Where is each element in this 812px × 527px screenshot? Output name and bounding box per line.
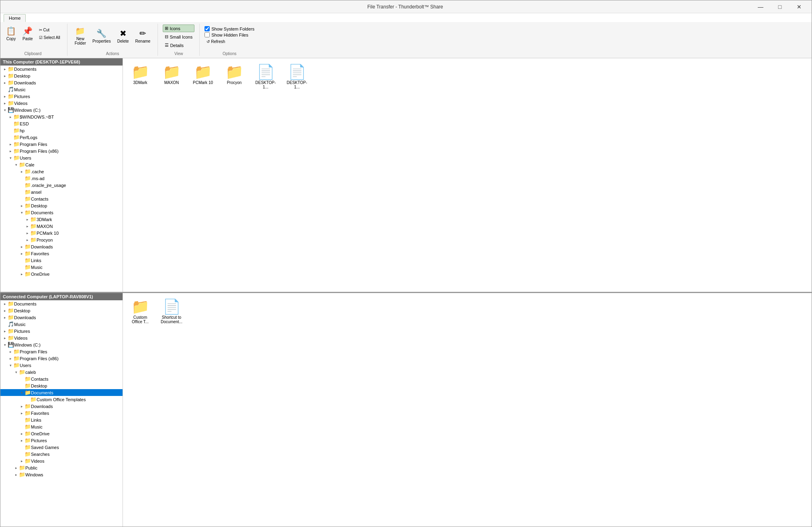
details-view-button[interactable]: ☰ Details (163, 41, 194, 49)
tree-item-r_custom_office[interactable]: 📁 Custom Office Templates (0, 396, 123, 403)
expand-r_program_files[interactable]: ▸ (8, 349, 13, 355)
expand-documents[interactable]: ▸ (2, 66, 8, 72)
expand-r_program_files_x86[interactable]: ▸ (8, 356, 13, 361)
expand-r_windows[interactable]: ▸ (13, 472, 19, 478)
tree-item-favorites[interactable]: ▸ 📁 Favorites (0, 250, 123, 257)
tree-item-r_users[interactable]: ▾ 📁 Users (0, 362, 123, 369)
expand-cale[interactable]: ▾ (13, 162, 19, 168)
expand-tdmark[interactable]: ▸ (25, 217, 30, 222)
expand-downloads2[interactable]: ▸ (19, 244, 25, 250)
expand-pictures[interactable]: ▸ (2, 94, 8, 99)
tree-item-r_pictures2[interactable]: ▸ 📁 Pictures (0, 437, 123, 444)
tree-item-r_documents2[interactable]: ▾ 📁 Documents (0, 389, 123, 396)
minimize-button[interactable]: — (751, 1, 770, 13)
expand-program_files_x86[interactable]: ▸ (8, 148, 13, 154)
expand-documents2[interactable]: ▾ (19, 210, 25, 215)
tree-item-downloads2[interactable]: ▸ 📁 Downloads (0, 243, 123, 250)
file-item[interactable]: 📁 3DMark (126, 62, 154, 91)
expand-r_videos2[interactable]: ▸ (19, 458, 25, 464)
paste-button[interactable]: 📌 Paste (20, 25, 35, 43)
expand-procyon[interactable]: ▸ (25, 237, 30, 243)
tree-item-r_videos2[interactable]: ▸ 📁 Videos (0, 457, 123, 464)
tree-item-pictures[interactable]: ▸ 📁 Pictures (0, 93, 123, 100)
expand-r_videos[interactable]: ▸ (2, 335, 8, 341)
expand-program_files[interactable]: ▸ (8, 141, 13, 147)
tree-item-perflogs[interactable]: 📁 PerfLogs (0, 134, 123, 141)
tree-item-cale[interactable]: ▾ 📁 Cale (0, 161, 123, 168)
tree-item-r_windows[interactable]: ▸ 📁 Windows (0, 471, 123, 478)
tab-home[interactable]: Home (4, 14, 26, 22)
tree-item-ansel[interactable]: 📁 ansel (0, 189, 123, 195)
tree-item-r_links[interactable]: 📁 Links (0, 416, 123, 423)
tree-item-r_pictures[interactable]: ▸ 📁 Pictures (0, 328, 123, 334)
select-all-button[interactable]: ☑ Select All (37, 34, 62, 41)
tree-item-swindows_bt[interactable]: ▸ 📁 $WINDOWS.~BT (0, 113, 123, 120)
tree-item-oracle_jre[interactable]: 📁 .oracle_jre_usage (0, 182, 123, 189)
expand-onedrive[interactable]: ▸ (19, 271, 25, 277)
expand-r_pictures[interactable]: ▸ (2, 328, 8, 334)
expand-r_public[interactable]: ▸ (13, 465, 19, 471)
expand-favorites[interactable]: ▸ (19, 251, 25, 256)
expand-downloads[interactable]: ▸ (2, 80, 8, 86)
tree-item-r_caleb[interactable]: ▾ 📁 caleb (0, 369, 123, 375)
tree-item-users[interactable]: ▾ 📁 Users (0, 154, 123, 161)
tree-item-r_windows_c[interactable]: ▾ 💾 Windows (C:) (0, 341, 123, 348)
tree-item-r_documents[interactable]: ▸ 📁 Documents (0, 300, 123, 307)
tree-item-downloads[interactable]: ▸ 📁 Downloads (0, 79, 123, 86)
tree-item-desktop[interactable]: ▸ 📁 Desktop (0, 72, 123, 79)
expand-r_documents2[interactable]: ▾ (19, 390, 25, 396)
tree-item-r_music[interactable]: 🎵 Music (0, 321, 123, 328)
expand-users[interactable]: ▾ (8, 155, 13, 161)
tree-item-desktop2[interactable]: ▸ 📁 Desktop (0, 202, 123, 209)
tree-item-r_desktop[interactable]: ▸ 📁 Desktop (0, 307, 123, 314)
tree-item-music2[interactable]: 📁 Music (0, 264, 123, 271)
expand-r_users[interactable]: ▾ (8, 363, 13, 368)
tree-item-r_searches[interactable]: 📁 Searches (0, 451, 123, 457)
delete-button[interactable]: ✖ Delete (115, 27, 131, 45)
tree-item-ms_ad[interactable]: 📁 .ms-ad (0, 175, 123, 182)
expand-r_windows_c[interactable]: ▾ (2, 342, 8, 348)
tree-item-links[interactable]: 📁 Links (0, 257, 123, 264)
copy-button[interactable]: 📋 Copy (4, 25, 18, 43)
expand-windows_c[interactable]: ▾ (2, 107, 8, 113)
tree-item-tdmark[interactable]: ▸ 📁 3DMark (0, 216, 123, 223)
small-icons-view-button[interactable]: ⊟ Small Icons (163, 33, 194, 41)
expand-desktop[interactable]: ▸ (2, 73, 8, 79)
file-item[interactable]: 📁 Custom Office T... (126, 296, 154, 326)
file-item[interactable]: 📄 Shortcut to Document... (157, 296, 186, 326)
tree-item-program_files[interactable]: ▸ 📁 Program Files (0, 141, 123, 148)
expand-maxon[interactable]: ▸ (25, 224, 30, 229)
expand-r_onedrive[interactable]: ▸ (19, 431, 25, 437)
tree-item-r_contacts[interactable]: 📁 Contacts (0, 375, 123, 382)
tree-item-r_music2[interactable]: 📁 Music (0, 423, 123, 430)
tree-item-windows_c[interactable]: ▾ 💾 Windows (C:) (0, 107, 123, 113)
tree-item-r_program_files_x86[interactable]: ▸ 📁 Program Files (x86) (0, 355, 123, 362)
tree-item-r_public[interactable]: ▸ 📁 Public (0, 464, 123, 471)
expand-r_favorites[interactable]: ▸ (19, 410, 25, 416)
tree-item-r_videos[interactable]: ▸ 📁 Videos (0, 334, 123, 341)
tree-item-maxon[interactable]: ▸ 📁 MAXON (0, 223, 123, 230)
file-item[interactable]: 📁 Procyon (220, 62, 248, 91)
expand-r_downloads[interactable]: ▸ (2, 315, 8, 320)
tree-item-program_files_x86[interactable]: ▸ 📁 Program Files (x86) (0, 148, 123, 154)
tree-item-videos[interactable]: ▸ 📁 Videos (0, 100, 123, 107)
expand-r_pictures2[interactable]: ▸ (19, 438, 25, 443)
maximize-button[interactable]: □ (771, 1, 789, 13)
tree-item-music[interactable]: 🎵 Music (0, 86, 123, 93)
tree-item-hp[interactable]: 📁 hp (0, 127, 123, 134)
tree-item-esd[interactable]: 📁 ESD (0, 120, 123, 127)
tree-item-cache[interactable]: ▸ 📁 .cache (0, 168, 123, 175)
expand-r_desktop[interactable]: ▸ (2, 308, 8, 314)
tree-item-onedrive[interactable]: ▸ 📁 OneDrive (0, 271, 123, 277)
tree-item-pcmark10[interactable]: ▸ 📁 PCMark 10 (0, 230, 123, 236)
tree-item-procyon[interactable]: ▸ 📁 Procyon (0, 236, 123, 243)
tree-item-r_saved_games[interactable]: 📁 Saved Games (0, 444, 123, 451)
expand-desktop2[interactable]: ▸ (19, 203, 25, 209)
tree-item-r_favorites[interactable]: ▸ 📁 Favorites (0, 410, 123, 416)
show-system-folders-checkbox[interactable] (205, 26, 210, 31)
tree-item-r_desktop2[interactable]: 📁 Desktop (0, 382, 123, 389)
tree-item-r_onedrive[interactable]: ▸ 📁 OneDrive (0, 430, 123, 437)
file-item[interactable]: 📁 MAXON (157, 62, 186, 91)
show-hidden-files-checkbox[interactable] (205, 32, 210, 37)
file-item[interactable]: 📄 DESKTOP-1... (252, 62, 280, 91)
